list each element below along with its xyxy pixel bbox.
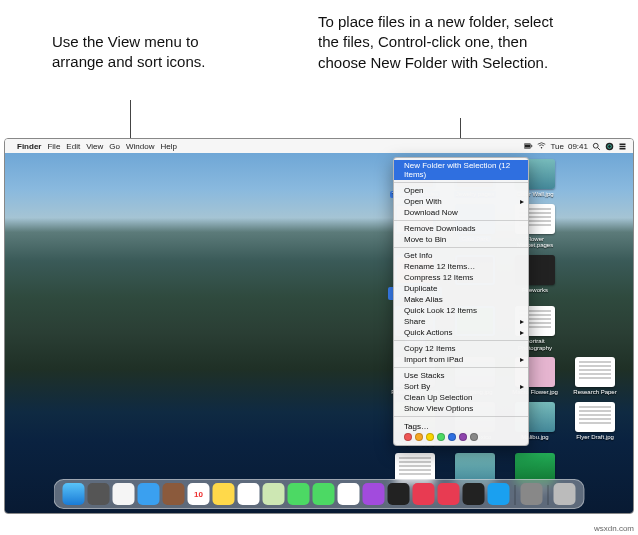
- svg-rect-8: [620, 143, 626, 145]
- menu-view[interactable]: View: [86, 142, 103, 151]
- wifi-icon: [537, 142, 546, 151]
- clock-day: Tue: [550, 142, 564, 151]
- context-menu: New Folder with Selection (12 Items) Ope…: [393, 157, 529, 446]
- tags-label: Tags…: [404, 422, 518, 431]
- context-menu-item[interactable]: Sort By: [394, 381, 528, 392]
- dock-tv-icon[interactable]: [388, 483, 410, 505]
- file-label: Research Paper: [573, 389, 616, 396]
- context-menu-item[interactable]: Remove Downloads: [394, 223, 528, 234]
- context-menu-item[interactable]: Show View Options: [394, 403, 528, 414]
- svg-rect-2: [532, 145, 533, 147]
- dock-facetime-icon[interactable]: [313, 483, 335, 505]
- status-area: Tue 09:41: [524, 142, 627, 151]
- siri-icon[interactable]: [605, 142, 614, 151]
- menu-go[interactable]: Go: [109, 142, 120, 151]
- dock-separator: [515, 485, 516, 505]
- search-icon[interactable]: [592, 142, 601, 151]
- dock: 10: [54, 479, 585, 509]
- context-menu-item[interactable]: Move to Bin: [394, 234, 528, 245]
- menu-separator: [394, 182, 528, 183]
- context-menu-item[interactable]: Duplicate: [394, 283, 528, 294]
- menubar: Finder FileEditViewGoWindowHelp Tue 09:4…: [5, 139, 633, 153]
- dock-maps-icon[interactable]: [263, 483, 285, 505]
- dock-trash-icon[interactable]: [554, 483, 576, 505]
- context-menu-item[interactable]: Use Stacks: [394, 370, 528, 381]
- dock-prefs-icon[interactable]: [521, 483, 543, 505]
- desktop-icon[interactable]: Research Paper: [567, 357, 623, 396]
- context-menu-tags[interactable]: Tags…: [394, 419, 528, 443]
- menu-separator: [394, 247, 528, 248]
- dock-notes-icon[interactable]: [213, 483, 235, 505]
- dock-mail-icon[interactable]: [138, 483, 160, 505]
- menu-separator: [394, 416, 528, 417]
- context-menu-item-new-folder-selection[interactable]: New Folder with Selection (12 Items): [394, 160, 528, 180]
- watermark: wsxdn.com: [594, 524, 634, 533]
- file-label: Flyer Draft.jpg: [576, 434, 614, 441]
- dock-separator: [548, 485, 549, 505]
- menu-help[interactable]: Help: [160, 142, 176, 151]
- dock-podcasts-icon[interactable]: [363, 483, 385, 505]
- dock-photos-icon[interactable]: [338, 483, 360, 505]
- battery-icon: [524, 142, 533, 151]
- context-menu-item[interactable]: Copy 12 Items: [394, 343, 528, 354]
- dock-container: 10: [54, 479, 585, 509]
- dock-messages-icon[interactable]: [288, 483, 310, 505]
- mac-desktop-screen: Finder FileEditViewGoWindowHelp Tue 09:4…: [4, 138, 634, 514]
- menu-separator: [394, 220, 528, 221]
- svg-point-3: [541, 146, 543, 148]
- context-menu-item[interactable]: Quick Look 12 Items: [394, 305, 528, 316]
- context-menu-item[interactable]: Clean Up Selection: [394, 392, 528, 403]
- context-menu-item[interactable]: Open: [394, 185, 528, 196]
- context-menu-item[interactable]: Make Alias: [394, 294, 528, 305]
- desktop-wallpaper[interactable]: Temporary SlidesJewelry pagesColor Wall.…: [5, 153, 633, 513]
- context-menu-item[interactable]: Quick Actions: [394, 327, 528, 338]
- context-menu-item[interactable]: Open With: [394, 196, 528, 207]
- dock-calendar-icon[interactable]: 10: [188, 483, 210, 505]
- context-menu-item[interactable]: Compress 12 Items: [394, 272, 528, 283]
- dock-music-icon[interactable]: [413, 483, 435, 505]
- app-name[interactable]: Finder: [17, 142, 41, 151]
- context-menu-item[interactable]: Get Info: [394, 250, 528, 261]
- dock-launchpad-icon[interactable]: [88, 483, 110, 505]
- annotation-area: Use the View menu to arrange and sort ic…: [0, 0, 638, 138]
- menu-window[interactable]: Window: [126, 142, 154, 151]
- file-thumbnail: [575, 357, 615, 387]
- callout-right: To place files in a new folder, select t…: [318, 12, 558, 73]
- desktop-icon[interactable]: Flyer Draft.jpg: [567, 402, 623, 447]
- dock-appstore-icon[interactable]: [488, 483, 510, 505]
- dock-safari-icon[interactable]: [113, 483, 135, 505]
- menu-edit[interactable]: Edit: [66, 142, 80, 151]
- menu-separator: [394, 340, 528, 341]
- dock-stocks-icon[interactable]: [463, 483, 485, 505]
- context-menu-item[interactable]: Download Now: [394, 207, 528, 218]
- menu-separator: [394, 367, 528, 368]
- svg-point-6: [606, 142, 614, 150]
- context-menu-item[interactable]: Share: [394, 316, 528, 327]
- callout-left: Use the View menu to arrange and sort ic…: [52, 32, 252, 73]
- dock-news-icon[interactable]: [438, 483, 460, 505]
- svg-rect-9: [620, 145, 626, 147]
- svg-rect-1: [525, 144, 530, 147]
- dock-contacts-icon[interactable]: [163, 483, 185, 505]
- svg-line-5: [598, 147, 600, 149]
- svg-rect-10: [620, 148, 626, 150]
- context-menu-item[interactable]: Import from iPad: [394, 354, 528, 365]
- context-menu-item[interactable]: Rename 12 Items…: [394, 261, 528, 272]
- dock-finder-icon[interactable]: [63, 483, 85, 505]
- notification-center-icon[interactable]: [618, 142, 627, 151]
- dock-reminders-icon[interactable]: [238, 483, 260, 505]
- file-thumbnail: [575, 402, 615, 432]
- menu-file[interactable]: File: [47, 142, 60, 151]
- clock-time: 09:41: [568, 142, 588, 151]
- svg-point-4: [593, 143, 598, 148]
